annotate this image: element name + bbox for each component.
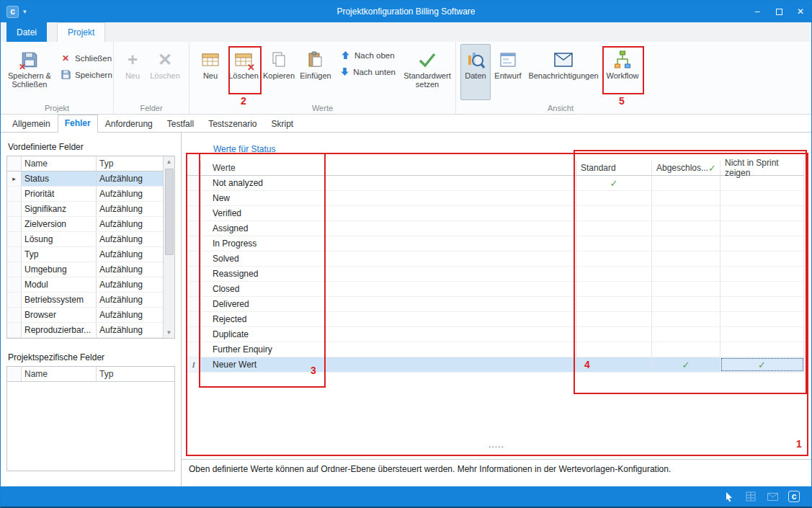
field-type-cell[interactable]: Aufzählung [97, 187, 163, 201]
tab-anforderung[interactable]: Anforderung [98, 115, 160, 133]
column-header-name[interactable]: Name [22, 367, 97, 381]
table-row[interactable]: Reproduzierbar... Aufzählung [7, 323, 163, 338]
nach-oben-button[interactable]: Nach oben [336, 47, 398, 63]
field-name-cell[interactable]: Status [22, 171, 97, 186]
scroll-up-icon[interactable]: ▲ [164, 156, 174, 167]
check-cell[interactable] [652, 206, 720, 220]
value-row[interactable]: Not analyzed ✓ [187, 176, 804, 191]
tab-testfall[interactable]: Testfall [160, 115, 201, 133]
field-name-cell[interactable]: Zielversion [22, 217, 97, 231]
scrollbar[interactable]: ▲ ▼ [163, 156, 174, 338]
column-header-nicht-in-sprint[interactable]: Nicht in Sprint zeigen [720, 161, 804, 175]
value-cell[interactable]: Duplicate [201, 327, 576, 342]
check-cell[interactable] [652, 297, 720, 311]
column-header-typ[interactable]: Typ [97, 367, 174, 381]
grid-icon[interactable] [745, 491, 757, 502]
value-cell[interactable]: Verified [201, 206, 576, 220]
field-name-cell[interactable]: Signifikanz [22, 202, 97, 216]
ribbon-tab-datei[interactable]: Datei [6, 22, 47, 42]
benachrichtigungen-button[interactable]: Benachrichtigungen [525, 44, 602, 100]
table-row[interactable]: Signifikanz Aufzählung [7, 202, 163, 217]
table-row[interactable]: Zielversion Aufzählung [7, 217, 163, 232]
check-cell[interactable]: ✓ [720, 357, 804, 372]
werte-loeschen-button[interactable]: ✕ Löschen [227, 44, 260, 100]
werte-neu-button[interactable]: Neu [194, 44, 227, 100]
field-type-cell[interactable]: Aufzählung [97, 293, 163, 307]
field-name-cell[interactable]: Typ [22, 247, 97, 262]
value-row[interactable]: In Progress [187, 236, 804, 251]
value-cell[interactable]: Delivered [201, 297, 576, 311]
table-row[interactable]: Betriebssystem Aufzählung [7, 293, 163, 308]
kopieren-button[interactable]: Kopieren [260, 44, 298, 100]
field-type-cell[interactable]: Aufzählung [97, 217, 163, 231]
value-cell[interactable]: Assigned [201, 221, 576, 236]
ribbon-tab-projekt[interactable]: Projekt [57, 22, 105, 42]
value-row[interactable]: Verified [187, 206, 804, 221]
check-cell[interactable] [576, 251, 652, 266]
value-cell[interactable]: Solved [201, 251, 576, 266]
column-header-werte[interactable]: Werte [201, 161, 576, 175]
check-cell[interactable] [576, 312, 652, 326]
value-cell[interactable]: Closed [201, 282, 576, 296]
check-cell[interactable] [652, 312, 720, 326]
chevron-down-icon[interactable]: ▾ [23, 8, 27, 15]
check-cell[interactable] [720, 282, 804, 296]
workflow-button[interactable]: Workflow [602, 44, 643, 100]
table-row[interactable]: Umgebung Aufzählung [7, 262, 163, 277]
check-cell[interactable] [652, 221, 720, 236]
felder-neu-button[interactable]: + Neu [118, 44, 147, 100]
table-row[interactable]: Priorität Aufzählung [7, 187, 163, 202]
check-cell[interactable] [720, 236, 804, 251]
value-row[interactable]: Delivered [187, 297, 804, 312]
tab-fehler[interactable]: Fehler [58, 115, 98, 133]
field-name-cell[interactable]: Reproduzierbar... [22, 323, 97, 337]
column-header-typ[interactable]: Typ [97, 156, 163, 171]
check-cell[interactable] [652, 191, 720, 205]
close-button[interactable]: ✕ Schließen [57, 50, 115, 66]
check-cell[interactable] [576, 357, 652, 372]
value-row[interactable]: Closed [187, 282, 804, 297]
check-cell[interactable] [652, 236, 720, 251]
column-header-abgeschlossen[interactable]: Abgeschlos... ✓ [652, 161, 720, 175]
check-cell[interactable] [652, 327, 720, 342]
field-type-cell[interactable]: Aufzählung [97, 323, 163, 337]
value-row[interactable]: Duplicate [187, 327, 804, 342]
field-type-cell[interactable]: Aufzählung [97, 262, 163, 277]
tab-skript[interactable]: Skript [264, 115, 301, 133]
save-and-close-button[interactable]: ✕ Speichern & Schließen [5, 44, 54, 100]
check-cell[interactable] [720, 191, 804, 205]
field-type-cell[interactable]: Aufzählung [97, 232, 163, 246]
tab-allgemein[interactable]: Allgemein [5, 115, 58, 133]
table-row[interactable]: Typ Aufzählung [7, 247, 163, 262]
check-cell[interactable] [576, 236, 652, 251]
check-cell[interactable] [720, 221, 804, 236]
check-cell[interactable] [720, 327, 804, 342]
check-cell[interactable]: ✓ [576, 176, 652, 190]
check-cell[interactable] [652, 342, 720, 357]
minimize-button[interactable]: – [746, 1, 768, 22]
check-cell[interactable] [576, 191, 652, 205]
nach-unten-button[interactable]: Nach unten [336, 63, 398, 80]
close-window-button[interactable]: ✕ [790, 1, 811, 22]
resize-handle-dots[interactable]: ..... [182, 440, 811, 450]
table-row[interactable]: Lösung Aufzählung [7, 232, 163, 247]
field-name-cell[interactable]: Umgebung [22, 262, 97, 277]
logo-icon[interactable]: c [788, 491, 800, 502]
entwurf-button[interactable]: Entwurf [491, 44, 525, 100]
einfuegen-button[interactable]: Einfügen [298, 44, 334, 100]
check-cell[interactable] [720, 312, 804, 326]
field-type-cell[interactable]: Aufzählung [97, 171, 163, 186]
check-cell[interactable] [576, 297, 652, 311]
value-cell[interactable]: New [201, 191, 576, 205]
column-header-standard[interactable]: Standard [576, 161, 652, 175]
check-cell[interactable] [720, 206, 804, 220]
field-type-cell[interactable]: Aufzählung [97, 247, 163, 262]
check-cell[interactable] [720, 297, 804, 311]
value-row[interactable]: Assigned [187, 221, 804, 236]
scrollbar-thumb[interactable] [165, 169, 174, 255]
field-type-cell[interactable]: Aufzählung [97, 277, 163, 292]
app-logo-icon[interactable]: c [6, 6, 19, 18]
field-name-cell[interactable]: Lösung [22, 232, 97, 246]
value-row[interactable]: Rejected [187, 312, 804, 327]
check-cell[interactable] [576, 327, 652, 342]
